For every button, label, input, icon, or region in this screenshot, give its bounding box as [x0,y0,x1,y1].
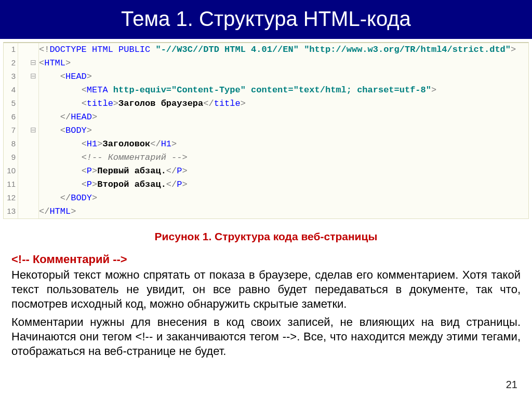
code-content: </BODY> [39,191,528,205]
fold-icon [18,164,39,178]
code-line: 6 </HEAD> [4,111,528,124]
line-number: 5 [4,97,18,111]
fold-icon [18,111,39,124]
comment-sample: <!-- Комментарий --> [11,252,521,267]
code-content: <P>Второй абзац.</P> [39,178,528,191]
code-content: <META http-equiv="Content-Type" content=… [39,84,528,97]
fold-icon [18,97,39,111]
fold-icon[interactable]: ⊟ [18,57,39,70]
page-number: 21 [506,379,517,391]
fold-icon [18,43,39,57]
code-content: </HTML> [39,205,528,218]
code-content: </HEAD> [39,111,528,124]
figure-caption: Рисунок 1. Структура кода веб-страницы [0,230,532,243]
line-number: 3 [4,70,18,84]
slide-title: Тема 1. Структура HTML-кода [0,0,532,39]
code-line: 3⊟ <HEAD> [4,70,528,84]
code-line: 2⊟<HTML> [4,57,528,70]
fold-icon [18,138,39,151]
fold-icon[interactable]: ⊟ [18,124,39,138]
code-line: 11 <P>Второй абзац.</P> [4,178,528,191]
code-line: 13</HTML> [4,205,528,218]
code-line: 1<!DOCTYPE HTML PUBLIC "-//W3C//DTD HTML… [4,43,528,57]
code-line: 8 <H1>Заголовок</H1> [4,138,528,151]
line-number: 2 [4,57,18,70]
code-line: 5 <title>Заголов браузера</title> [4,97,528,111]
line-number: 13 [4,205,18,218]
code-content: <title>Заголов браузера</title> [39,97,528,111]
code-line: 7⊟ <BODY> [4,124,528,138]
fold-icon [18,205,39,218]
line-number: 9 [4,151,18,164]
code-content: <HTML> [39,57,528,70]
line-number: 6 [4,111,18,124]
code-line: 10 <P>Первый абзац.</P> [4,164,528,178]
line-number: 12 [4,191,18,205]
paragraph-2: Комментарии нужны для внесения в код сво… [11,315,521,359]
line-number: 8 [4,138,18,151]
code-content: <H1>Заголовок</H1> [39,138,528,151]
line-number: 10 [4,164,18,178]
code-content: <!DOCTYPE HTML PUBLIC "-//W3C//DTD HTML … [39,43,528,57]
line-number: 1 [4,43,18,57]
code-content: <BODY> [39,124,528,138]
line-number: 4 [4,84,18,97]
fold-icon[interactable]: ⊟ [18,70,39,84]
fold-icon [18,151,39,164]
code-line: 9 <!-- Комментарий --> [4,151,528,164]
code-editor: 1<!DOCTYPE HTML PUBLIC "-//W3C//DTD HTML… [3,42,529,219]
line-number: 7 [4,124,18,138]
code-line: 12 </BODY> [4,191,528,205]
fold-icon [18,191,39,205]
code-line: 4 <META http-equiv="Content-Type" conten… [4,84,528,97]
fold-icon [18,84,39,97]
code-content: <P>Первый абзац.</P> [39,164,528,178]
body-text: <!-- Комментарий --> Некоторый текст мож… [0,252,532,359]
line-number: 11 [4,178,18,191]
fold-icon [18,178,39,191]
code-content: <HEAD> [39,70,528,84]
paragraph-1: Некоторый текст можно спрятать от показа… [11,268,521,311]
code-content: <!-- Комментарий --> [39,151,528,164]
